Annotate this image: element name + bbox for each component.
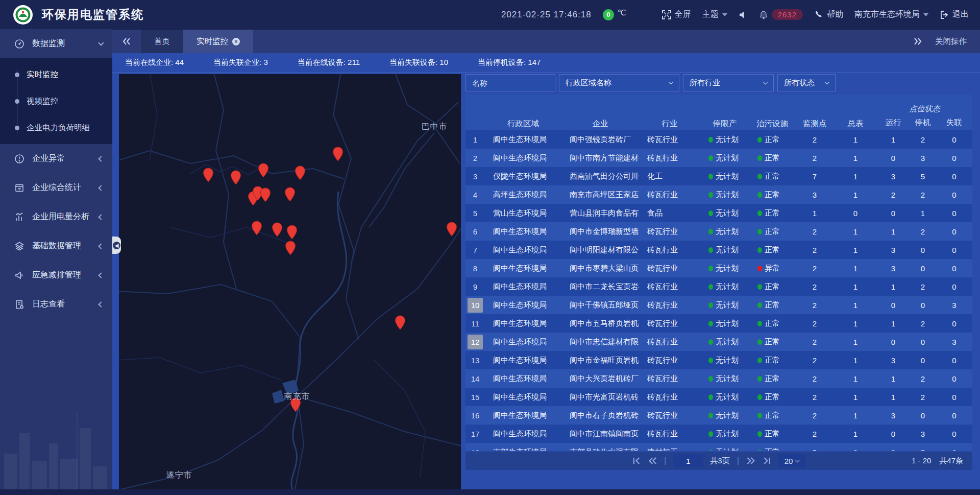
table-row[interactable]: 17 阆中生态环境局 阆中市江南镇阆南页岩 砖瓦行业 无计划 正常 2 1 0 … xyxy=(465,425,972,443)
table-row[interactable]: 5 营山生态环境局 营山县润丰肉食品有限 食品 无计划 正常 1 0 0 1 0 xyxy=(465,204,972,222)
map-pin-icon xyxy=(446,222,457,237)
sidebar-item-enterprise-abnormal[interactable]: 企业异常 xyxy=(0,144,112,173)
map-pin[interactable] xyxy=(286,225,298,242)
cell-lost: 0 xyxy=(936,277,972,296)
cell-industry: 砖瓦行业 xyxy=(639,333,700,351)
map-pin[interactable] xyxy=(446,222,457,239)
cell-monitor: 5 xyxy=(795,443,834,451)
page-size-select[interactable]: 20 xyxy=(778,454,805,467)
cell-run: 1 xyxy=(877,369,910,388)
sidebar-collapse-handle[interactable]: ◀ xyxy=(112,237,121,254)
close-operations-button[interactable]: 关闭操作 xyxy=(935,36,967,47)
status-dot-icon xyxy=(757,321,762,326)
sidebar-item-enterprise-statistics[interactable]: 企业综合统计 xyxy=(0,173,112,202)
industry-select[interactable]: 所有行业 xyxy=(683,74,774,91)
header-company: 企业 xyxy=(561,95,639,130)
cell-industry: 砖瓦行业 xyxy=(639,296,700,314)
sidebar-item-log-view[interactable]: 日志查看 xyxy=(0,290,112,319)
tabs-scroll-left-button[interactable] xyxy=(112,30,141,53)
status-dot-icon xyxy=(757,137,762,143)
table-row[interactable]: 13 阆中生态环境局 阆中市金福旺页岩机砖 砖瓦行业 无计划 正常 2 1 3 … xyxy=(465,351,972,369)
close-icon[interactable]: × xyxy=(232,38,240,45)
map[interactable]: 巴中市南充市遂宁市 xyxy=(119,74,461,489)
map-pin[interactable] xyxy=(395,315,406,332)
table-row[interactable]: 14 阆中生态环境局 阆中大兴页岩机砖厂 砖瓦行业 无计划 正常 2 1 1 2… xyxy=(465,369,972,388)
table-row[interactable]: 4 高坪生态环境局 南充市高坪区王家店建 砖瓦行业 无计划 正常 3 1 2 2… xyxy=(465,185,972,204)
cell-facility: 正常 xyxy=(749,167,795,185)
status-dot-icon xyxy=(757,174,762,179)
table-row[interactable]: 6 阆中生态环境局 阆中市金博瑞新型墙材 砖瓦行业 无计划 正常 2 1 1 2… xyxy=(465,222,972,241)
logout-button[interactable]: 退出 xyxy=(940,9,969,20)
tab-realtime-monitoring[interactable]: 实时监控 × xyxy=(183,30,253,53)
table-row[interactable]: 1 阆中生态环境局 阆中强锐页岩砖厂 砖瓦行业 无计划 正常 2 1 1 2 0 xyxy=(465,130,972,149)
table-row[interactable]: 16 阆中生态环境局 阆中市石子页岩机砖厂 砖瓦行业 无计划 正常 2 1 3 … xyxy=(465,406,972,425)
cell-region: 阆中生态环境局 xyxy=(485,222,561,241)
page-number-input[interactable] xyxy=(673,454,703,467)
map-pin[interactable] xyxy=(332,147,344,163)
map-pin[interactable] xyxy=(285,241,296,257)
table-row[interactable]: 9 阆中生态环境局 阆中市二龙长宝页岩砖 砖瓦行业 无计划 正常 2 1 1 2… xyxy=(465,277,972,296)
region-select[interactable]: 行政区域名称 xyxy=(559,74,679,91)
sidebar-item-realtime-monitoring[interactable]: 实时监控 xyxy=(0,61,112,88)
map-pin-icon xyxy=(203,168,214,182)
map-pin[interactable] xyxy=(251,221,262,238)
cell-production: 无计划 xyxy=(700,130,749,149)
cell-industry: 砖瓦行业 xyxy=(639,351,700,369)
sidebar-item-base-data[interactable]: 基础数据管理 xyxy=(0,231,112,261)
tab-home[interactable]: 首页 xyxy=(141,30,183,53)
table-row[interactable]: 12 阆中生态环境局 阆中市忠信建材有限公 砖瓦行业 无计划 正常 2 1 0 … xyxy=(465,333,972,351)
mute-button[interactable] xyxy=(739,10,748,19)
next-page-button[interactable] xyxy=(746,457,755,464)
cell-production: 无计划 xyxy=(700,296,749,314)
table-row[interactable]: 11 阆中生态环境局 阆中市五马桥页岩机砖 砖瓦行业 无计划 正常 2 1 1 … xyxy=(465,314,972,333)
map-pin[interactable] xyxy=(230,170,241,187)
org-dropdown[interactable]: 南充市生态环境局 xyxy=(854,9,928,20)
sidebar-watermark xyxy=(0,403,112,489)
map-pin[interactable] xyxy=(258,163,269,180)
status-dot-icon xyxy=(757,394,762,400)
logout-icon xyxy=(940,10,949,19)
cell-company: 阆中市金福旺页岩机砖 xyxy=(561,351,639,369)
sidebar-item-power-analysis[interactable]: 企业用电量分析 xyxy=(0,202,112,231)
map-pin[interactable] xyxy=(203,168,214,184)
sidebar-item-data-monitoring[interactable]: 数据监测 xyxy=(0,29,112,58)
cell-facility: 正常 xyxy=(749,277,795,296)
fullscreen-icon xyxy=(662,10,671,19)
table-row[interactable]: 15 阆中生态环境局 阆中市光富页岩机砖厂 砖瓦行业 无计划 正常 2 1 1 … xyxy=(465,388,972,406)
map-pin[interactable] xyxy=(295,166,306,182)
sidebar-item-emergency-reduction[interactable]: 应急减排管理 xyxy=(0,261,112,290)
previous-page-button[interactable] xyxy=(648,457,657,464)
map-pin[interactable] xyxy=(284,187,296,204)
cell-total: 1 xyxy=(834,351,877,369)
map-pin[interactable] xyxy=(260,187,271,204)
name-search-input[interactable] xyxy=(465,74,555,91)
row-index: 9 xyxy=(468,279,483,294)
chevron-left-icon xyxy=(98,272,104,278)
table-row[interactable]: 18 南部生态环境局 南部县砖化水泥有限公 建材加工 无计划 正常 5 0 0 … xyxy=(465,443,972,451)
last-page-button[interactable] xyxy=(762,457,771,464)
tabs-scroll-right-button[interactable] xyxy=(914,38,922,45)
theme-dropdown[interactable]: 主题 xyxy=(702,9,727,20)
cell-stop: 0 xyxy=(910,296,936,314)
table-row[interactable]: 2 阆中生态环境局 阆中市南方节能建材有 砖瓦行业 无计划 正常 2 1 0 3… xyxy=(465,149,972,167)
cell-run: 0 xyxy=(877,425,910,443)
table-row[interactable]: 7 阆中生态环境局 阆中明阳建材有限公司 砖瓦行业 无计划 正常 2 1 3 0… xyxy=(465,241,972,259)
status-dot-icon xyxy=(757,302,762,308)
fullscreen-button[interactable]: 全屏 xyxy=(662,9,691,20)
table-row[interactable]: 3 仪陇生态环境局 西南油气田分公司川中 化工 无计划 正常 7 1 3 5 0 xyxy=(465,167,972,185)
cell-region: 阆中生态环境局 xyxy=(485,149,561,167)
cell-monitor: 7 xyxy=(795,167,834,185)
cell-run: 0 xyxy=(877,149,910,167)
chevron-down-icon xyxy=(795,458,799,462)
first-page-button[interactable] xyxy=(632,457,641,464)
notifications[interactable]: 2632 xyxy=(759,9,803,20)
sidebar-item-video-monitoring[interactable]: 视频监控 xyxy=(0,88,112,114)
header-industry: 行业 xyxy=(639,95,700,130)
status-select[interactable]: 所有状态 xyxy=(777,74,836,91)
table-row[interactable]: 10 阆中生态环境局 阆中千佛镇五郎垭页岩 砖瓦行业 无计划 正常 2 1 0 … xyxy=(465,296,972,314)
status-dot-icon xyxy=(708,376,713,382)
help-button[interactable]: 帮助 xyxy=(814,9,843,20)
table-row[interactable]: 8 阆中生态环境局 阆中市枣碧大梁山页岩 砖瓦行业 无计划 异常 2 1 3 0… xyxy=(465,259,972,277)
map-pin[interactable] xyxy=(272,222,283,239)
sidebar-item-power-load-detail[interactable]: 企业电力负荷明细 xyxy=(0,114,112,141)
